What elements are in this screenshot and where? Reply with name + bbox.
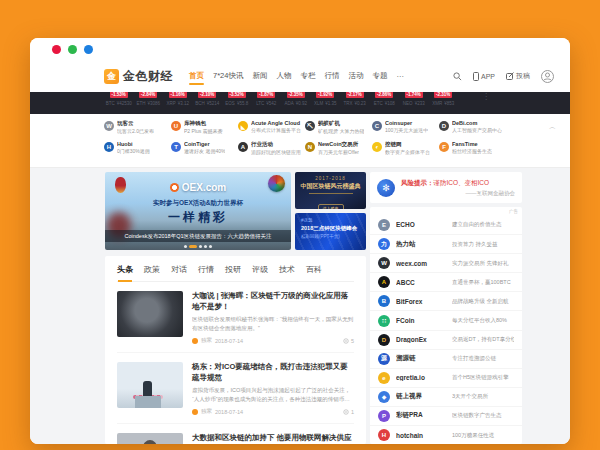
close-window-button[interactable] <box>52 45 61 54</box>
tab-ratings[interactable]: 评级 <box>252 264 268 275</box>
nav-item-newsflash[interactable]: 7*24快讯 <box>213 66 243 86</box>
article-title[interactable]: 大咖说 | 张海晖：区块链千万级的商业化应用落地不是梦！ <box>192 291 354 312</box>
change-badge: -1.92% <box>316 92 334 98</box>
carousel-dot[interactable] <box>204 245 207 248</box>
fullscreen-window-button[interactable] <box>84 45 93 54</box>
nav-item-markets[interactable]: 行情 <box>324 66 339 86</box>
list-item[interactable]: BBitForex品牌战略升级 全新启航 <box>370 291 522 310</box>
ticker-item[interactable]: -1.87%LTC¥542 <box>252 92 282 106</box>
list-item[interactable]: P彩链PRA区块链数字广告生态 <box>370 406 522 425</box>
news-feed-card: 头条 政策 对话 行情 投研 评级 技术 百科 大咖说 | 张海晖：区块链千万级… <box>105 256 366 444</box>
carousel-dot[interactable] <box>199 245 202 248</box>
ticker-item[interactable]: -1.53%BTC¥42530 <box>104 92 134 106</box>
partner-desc: P2 Plus 震撼来袭 <box>184 128 223 134</box>
side-banner-summit[interactable]: #话题 2018三点钟区块链峰会 精彩回顾(PPT干货) <box>295 213 366 250</box>
partner-item[interactable]: FFansTime粉丝经济服务生态 <box>439 141 506 162</box>
ticker-item[interactable]: -2.84%ETH¥3086 <box>134 92 164 106</box>
partner-item[interactable]: HHuobi0门槛30%返佣 <box>104 141 171 162</box>
tab-technology[interactable]: 技术 <box>279 264 295 275</box>
chain-vision-icon: ◆ <box>378 391 390 403</box>
article-thumbnail <box>117 433 183 444</box>
list-item[interactable]: Hhotchain100万糖果任性送 <box>370 425 522 444</box>
partner-item[interactable]: A行业活动追踪好玩的区块链应用 <box>238 141 305 162</box>
hotchain-icon: H <box>378 429 390 441</box>
search-button[interactable] <box>453 72 462 81</box>
ticker-item[interactable]: -1.74%NEO¥233 <box>399 92 429 106</box>
ticker-item[interactable]: -2.31%XMR¥853 <box>429 92 459 106</box>
article-title[interactable]: 杨东：对ICO要疏堵结合，既打击违法犯罪又要疏导规范 <box>192 362 354 383</box>
partner-item[interactable]: NNewCoin交易所百万美元年薪Offer <box>305 141 372 162</box>
tab-dialogue[interactable]: 对话 <box>171 264 187 275</box>
tab-policy[interactable]: 政策 <box>144 264 160 275</box>
partner-item[interactable]: W玩客云玩客云2.0已发布 <box>104 120 171 141</box>
hero-carousel[interactable]: OEX.com 实时参与OEX活动&助力世界杯 一样精彩 Coindesk发布2… <box>105 172 291 250</box>
list-item[interactable]: Wweex.com实力派交易所 先锋好礼 <box>370 253 522 272</box>
comment-count: 5 <box>351 338 354 344</box>
submit-post-button[interactable]: 投稿 <box>506 71 530 81</box>
partner-item[interactable]: TCoinTiger邀请好友 返佣40% <box>171 141 238 162</box>
list-item[interactable]: AABCC直通世界杯，赢100BTC <box>370 272 522 291</box>
partner-item[interactable]: ◣Acute Angle Cloud分布式云计算服务平台 <box>238 120 305 141</box>
site-logo[interactable]: 金 金色财经 <box>104 68 173 85</box>
nav-item-people[interactable]: 人物 <box>276 66 291 86</box>
change-badge: -1.87% <box>257 92 275 98</box>
article-row[interactable]: 大数据和区块链的加持下 他要用物联网解决供应链金融难题 在把目光投向物联网的同时… <box>117 424 354 444</box>
list-item[interactable]: eegretia.io首个H5区块链游戏引擎 <box>370 368 522 387</box>
ticker-item[interactable]: -2.35%ADA¥0.92 <box>281 92 311 106</box>
collapse-band-icon[interactable]: ︿ <box>549 122 556 132</box>
article-title[interactable]: 大数据和区块链的加持下 他要用物联网解决供应链金融难题 <box>192 433 354 444</box>
list-item[interactable]: ∷FCoin每天分红平台收入80% <box>370 310 522 329</box>
side-banner-awards[interactable]: 2017-2018 中国区块链风云榜盛典 进入盛典 <box>295 172 366 209</box>
nav-item-columns[interactable]: 专栏 <box>300 66 315 86</box>
newcoin-icon: N <box>305 142 315 152</box>
ticker-item[interactable]: -2.17%TRX¥0.23 <box>340 92 370 106</box>
tab-markets[interactable]: 行情 <box>198 264 214 275</box>
list-item[interactable]: ◆链上视界3天开个交易所 <box>370 387 522 406</box>
partner-item[interactable]: CCoinsuper100万美元大派送中 <box>372 120 439 141</box>
partner-desc: 人工智能资产交易中心 <box>452 127 502 133</box>
change-badge: -1.16% <box>169 92 187 98</box>
nav-item-news[interactable]: 新闻 <box>252 66 267 86</box>
tab-research[interactable]: 投研 <box>225 264 241 275</box>
article-row[interactable]: 大咖说 | 张海晖：区块链千万级的商业化应用落地不是梦！ 区块链联合发展组织秘书… <box>117 282 354 353</box>
ticker-item[interactable]: -3.52%EOS¥55.8 <box>222 92 252 106</box>
carousel-caption[interactable]: Coindesk发布2018年Q1区块链发展报告：六大趋势值得关注 <box>105 230 291 242</box>
carousel-dot[interactable] <box>209 245 212 248</box>
minimize-window-button[interactable] <box>68 45 77 54</box>
comment-count: 1 <box>351 409 354 415</box>
tab-wiki[interactable]: 百科 <box>306 264 322 275</box>
ad-name: ABCC <box>396 279 446 286</box>
ad-name: DragonEx <box>396 336 446 343</box>
partner-desc: 邀请好友 返佣40% <box>184 148 225 154</box>
echo-icon: E <box>378 219 390 231</box>
tab-headlines[interactable]: 头条 <box>117 264 133 275</box>
carousel-dot-active[interactable] <box>189 245 197 248</box>
change-badge: -2.10% <box>198 92 216 98</box>
list-item[interactable]: 力热力站投资算力 持久受益 <box>370 234 522 253</box>
carousel-dot[interactable] <box>184 245 187 248</box>
partner-item[interactable]: U库神钱包P2 Plus 震撼来袭 <box>171 120 238 141</box>
partner-item[interactable]: ◐挖链网数字资产全媒体平台 <box>372 141 439 162</box>
ticker-item[interactable]: -1.16%XRP¥3.12 <box>163 92 193 106</box>
partner-item[interactable]: ⛏蚂蚁矿机矿机现货 大算力热销 <box>305 120 372 141</box>
banner-divider <box>309 193 353 194</box>
nav-item-home[interactable]: 首页 <box>189 66 204 86</box>
list-item[interactable]: EECHO建立自由的价值生态 <box>370 215 522 234</box>
nav-item-more[interactable]: ··· <box>396 67 404 86</box>
banner-tag: #话题 <box>301 218 360 223</box>
banner-enter-button[interactable]: 进入盛典 <box>318 204 344 209</box>
partner-item[interactable]: DDeBi.com人工智能资产交易中心 <box>439 120 506 141</box>
finance-association-logo-icon: ✻ <box>377 179 395 197</box>
ticker-item[interactable]: -2.86%ETC¥108 <box>370 92 400 106</box>
ticker-symbol: ETH <box>136 101 145 106</box>
nav-item-topics[interactable]: 专题 <box>372 66 387 86</box>
list-item[interactable]: 源溯源链专注打造溯源公链 <box>370 349 522 368</box>
ticker-item[interactable]: -1.92%XLM¥1.35 <box>311 92 341 106</box>
list-item[interactable]: DDragonEx交易返DT，持有DT享分红 <box>370 330 522 349</box>
ticker-more-icon[interactable]: ⋮ <box>482 94 490 100</box>
user-avatar-button[interactable] <box>541 70 554 83</box>
nav-item-events[interactable]: 活动 <box>348 66 363 86</box>
app-download-button[interactable]: APP <box>473 72 495 81</box>
ticker-item[interactable]: -2.10%BCH¥5214 <box>193 92 223 106</box>
article-row[interactable]: 杨东：对ICO要疏堵结合，既打击违法犯罪又要疏导规范 虚拟货币发展，ICO项目兴… <box>117 353 354 424</box>
